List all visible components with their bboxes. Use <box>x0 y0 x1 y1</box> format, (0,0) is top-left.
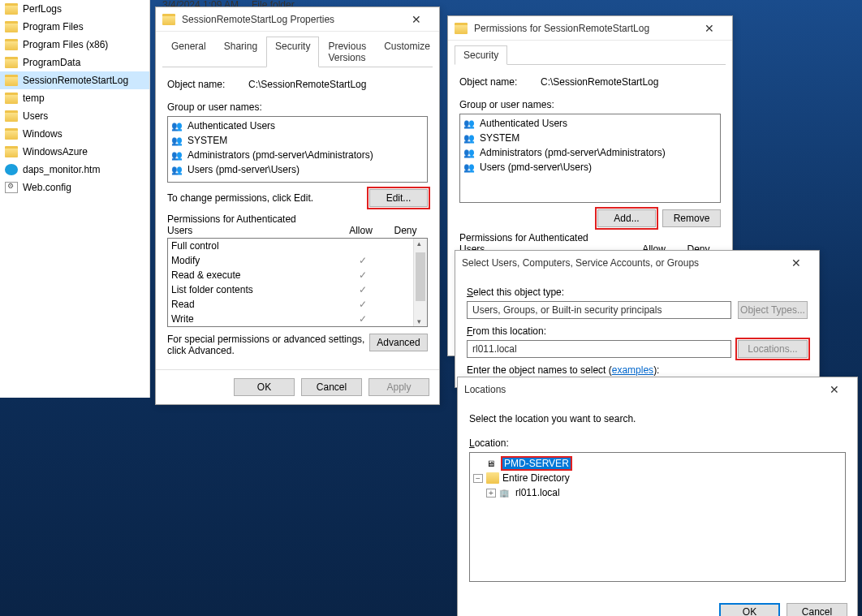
list-item[interactable]: SYSTEM <box>462 131 718 145</box>
titlebar[interactable]: Permissions for SessionRemoteStartLog ✕ <box>448 16 732 41</box>
tree-node-domain[interactable]: + rl011.local <box>486 485 842 500</box>
list-item[interactable]: Users (pmd-server\Users) <box>170 162 425 177</box>
allow-check: ✓ <box>343 284 383 295</box>
tab-customize[interactable]: Customize <box>375 37 439 67</box>
list-item[interactable]: SYSTEM <box>170 133 425 148</box>
allow-check: ✓ <box>343 269 383 281</box>
perm-label: Permissions for Authenticated <box>459 232 631 243</box>
folder-icon <box>5 128 18 140</box>
file-row[interactable]: Web.config <box>0 179 149 196</box>
close-icon[interactable]: ✕ <box>693 22 726 35</box>
list-item[interactable]: Authenticated Users <box>462 116 718 131</box>
locations-window: Locations ✕ Select the location you want… <box>457 377 858 616</box>
close-icon[interactable]: ✕ <box>818 383 851 396</box>
tab-previous-versions[interactable]: Previous Versions <box>319 37 375 67</box>
permission-row: Read✓ <box>168 297 427 312</box>
expand-icon[interactable]: + <box>486 489 496 498</box>
folder-icon <box>5 39 18 50</box>
list-item[interactable]: Authenticated Users <box>170 118 425 133</box>
file-row[interactable]: Program Files (x86) <box>0 36 149 54</box>
object-name-value: C:\SessionRemoteStartLog <box>541 76 658 88</box>
remove-button[interactable]: Remove <box>662 209 721 227</box>
file-row[interactable]: PerfLogs <box>0 0 149 18</box>
from-location-label: From this location: <box>467 325 808 337</box>
group-icon <box>463 147 476 158</box>
file-name: Program Files <box>23 21 84 32</box>
file-row[interactable]: Program Files <box>0 18 149 36</box>
close-icon[interactable]: ✕ <box>780 256 812 269</box>
allow-check: ✓ <box>343 313 383 325</box>
file-row[interactable]: daps_monitor.htm <box>0 161 149 179</box>
window-title: Permissions for SessionRemoteStartLog <box>474 23 693 34</box>
folder-icon <box>5 21 18 32</box>
file-name: WindowsAzure <box>23 146 88 157</box>
add-button[interactable]: Add... <box>597 209 656 227</box>
explorer-file-list: 3/4/2024 1:09 AM File folder PerfLogsPro… <box>0 0 150 398</box>
scrollbar[interactable] <box>413 239 427 326</box>
titlebar[interactable]: Select Users, Computers, Service Account… <box>455 251 819 275</box>
directory-icon <box>486 472 499 484</box>
titlebar[interactable]: SessionRemoteStartLog Properties ✕ <box>156 7 439 32</box>
locations-button[interactable]: Locations... <box>738 340 808 358</box>
folder-icon <box>162 14 175 25</box>
file-row[interactable]: SessionRemoteStartLog <box>0 71 149 89</box>
computer-icon <box>486 458 499 469</box>
special-hint: For special permissions or advanced sett… <box>167 334 364 345</box>
folder-icon <box>5 3 18 15</box>
tab-general[interactable]: General <box>162 37 215 67</box>
perm-name: Read & execute <box>171 269 343 281</box>
special-hint: click Advanced. <box>167 345 364 356</box>
cancel-button[interactable]: Cancel <box>787 603 847 616</box>
list-item[interactable]: Administrators (pmd-server\Administrator… <box>462 145 718 160</box>
htm-icon <box>5 164 18 175</box>
titlebar[interactable]: Locations ✕ <box>458 377 857 402</box>
group-names-label: Group or user names: <box>167 101 428 113</box>
perm-name: Read <box>171 299 343 310</box>
group-icon <box>171 135 184 146</box>
allow-check: ✓ <box>343 255 383 266</box>
object-name-label: Object name: <box>459 76 541 88</box>
folder-icon <box>5 93 18 104</box>
perm-name: Modify <box>171 255 343 266</box>
tree-selected: PMD-SERVER <box>502 458 571 469</box>
group-icon <box>463 118 476 129</box>
location-msg: Select the location you want to search. <box>469 413 846 424</box>
folder-icon <box>5 75 18 86</box>
properties-window: SessionRemoteStartLog Properties ✕ Gener… <box>155 6 440 405</box>
group-names-label: Group or user names: <box>459 99 721 110</box>
object-type-label: Select this object type: <box>467 286 808 298</box>
file-name: daps_monitor.htm <box>23 164 100 175</box>
edit-button[interactable]: Edit... <box>369 189 428 207</box>
window-title: SessionRemoteStartLog Properties <box>182 14 400 25</box>
cancel-button[interactable]: Cancel <box>301 378 362 396</box>
file-row[interactable]: Windows <box>0 125 149 143</box>
file-row[interactable]: WindowsAzure <box>0 143 149 161</box>
tab-strip: Security <box>455 45 726 65</box>
file-name: Web.config <box>23 182 71 193</box>
tab-security[interactable]: Security <box>455 45 507 65</box>
location-tree[interactable]: PMD-SERVER − Entire Directory + rl011.lo… <box>469 452 846 582</box>
close-icon[interactable]: ✕ <box>400 13 433 26</box>
tree-node-server[interactable]: PMD-SERVER <box>473 456 842 471</box>
tab-security[interactable]: Security <box>266 37 319 67</box>
object-types-button[interactable]: Object Types... <box>738 301 808 319</box>
file-name: PerfLogs <box>23 3 62 15</box>
tab-strip: General Sharing Security Previous Versio… <box>162 37 433 67</box>
group-listbox[interactable]: Authenticated Users SYSTEM Administrator… <box>167 116 428 183</box>
apply-button[interactable]: Apply <box>369 378 429 396</box>
ok-button[interactable]: OK <box>234 378 295 396</box>
advanced-button[interactable]: Advanced <box>369 334 428 351</box>
file-row[interactable]: temp <box>0 89 149 107</box>
folder-icon <box>5 57 18 68</box>
file-row[interactable]: Users <box>0 107 149 125</box>
folder-icon <box>5 146 18 157</box>
collapse-icon[interactable]: − <box>473 474 483 483</box>
ok-button[interactable]: OK <box>719 603 780 616</box>
examples-link[interactable]: examples <box>612 364 653 376</box>
list-item[interactable]: Users (pmd-server\Users) <box>462 160 718 174</box>
group-listbox[interactable]: Authenticated Users SYSTEM Administrator… <box>459 114 721 203</box>
list-item[interactable]: Administrators (pmd-server\Administrator… <box>170 148 425 162</box>
tab-sharing[interactable]: Sharing <box>215 37 266 67</box>
tree-node-directory[interactable]: − Entire Directory <box>473 471 842 485</box>
file-row[interactable]: ProgramData <box>0 54 149 71</box>
